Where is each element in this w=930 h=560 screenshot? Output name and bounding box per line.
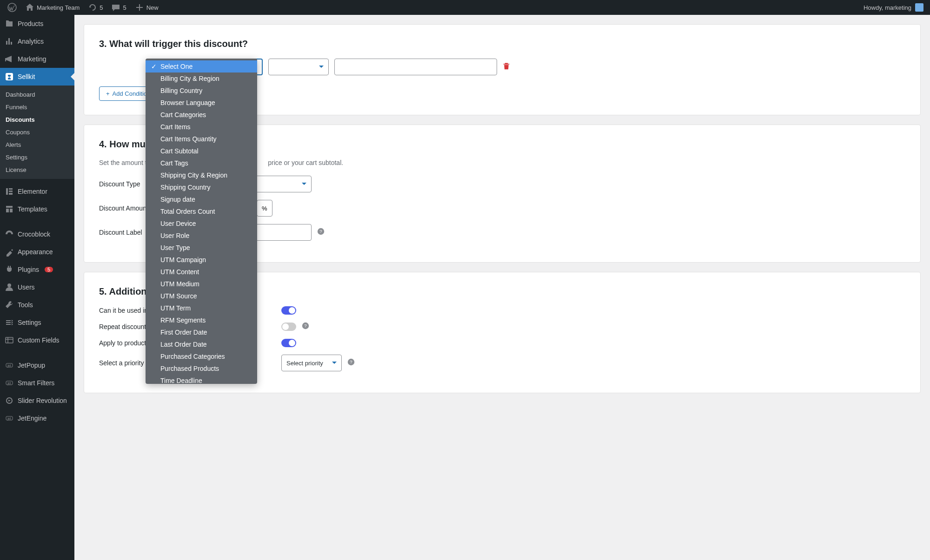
plus-icon: +: [106, 90, 110, 97]
updates-link[interactable]: 5: [84, 0, 106, 15]
sidebar-item-users[interactable]: Users: [0, 278, 74, 296]
sidebar-item-analytics[interactable]: Analytics: [0, 33, 74, 50]
discount-amount-unit: %: [257, 200, 272, 217]
dropdown-option[interactable]: RFM Segments: [146, 314, 257, 326]
plugins-icon: [5, 265, 14, 274]
badge: 5: [45, 267, 53, 272]
dropdown-option[interactable]: Purchased Products: [146, 362, 257, 375]
svg-point-6: [7, 283, 11, 287]
help-icon[interactable]: ?: [317, 228, 325, 237]
svg-text:jet: jet: [7, 417, 11, 421]
marketing-icon: [5, 54, 14, 64]
svg-text:jet: jet: [7, 364, 11, 368]
wordpress-icon: [7, 3, 17, 12]
help-icon[interactable]: ?: [347, 358, 355, 368]
combine-toggle[interactable]: [281, 306, 296, 315]
condition-value-input[interactable]: [334, 59, 497, 75]
updates-count: 5: [100, 4, 103, 11]
sidebar-item-marketing[interactable]: Marketing: [0, 50, 74, 68]
new-link[interactable]: New: [131, 0, 162, 15]
sidebar-item-tools[interactable]: Tools: [0, 296, 74, 314]
dropdown-option[interactable]: UTM Content: [146, 266, 257, 278]
svg-text:?: ?: [350, 359, 352, 364]
svg-text:?: ?: [304, 323, 306, 328]
site-link[interactable]: Marketing Team: [21, 0, 83, 15]
submenu-item-license[interactable]: License: [0, 164, 74, 176]
dropdown-option[interactable]: UTM Medium: [146, 278, 257, 290]
sidebar-item-settings[interactable]: Settings: [0, 314, 74, 331]
submenu-item-settings[interactable]: Settings: [0, 151, 74, 164]
adminbar-right[interactable]: Howdy, marketing: [864, 3, 926, 12]
svg-rect-4: [9, 191, 13, 192]
croco-icon: [5, 230, 14, 239]
sidebar-item-appearance[interactable]: Appearance: [0, 243, 74, 261]
dropdown-option[interactable]: UTM Source: [146, 290, 257, 302]
dropdown-option[interactable]: Cart Subtotal: [146, 145, 257, 157]
dropdown-option[interactable]: Billing Country: [146, 85, 257, 97]
dropdown-option[interactable]: Cart Items Quantity: [146, 133, 257, 145]
submenu-item-funnels[interactable]: Funnels: [0, 101, 74, 113]
svg-rect-5: [9, 193, 13, 195]
dropdown-option[interactable]: Last Order Date: [146, 338, 257, 350]
repeat-toggle[interactable]: [281, 323, 296, 331]
sidebar-item-plugins[interactable]: Plugins5: [0, 261, 74, 278]
dropdown-option[interactable]: Cart Tags: [146, 157, 257, 169]
submenu-item-alerts[interactable]: Alerts: [0, 138, 74, 151]
submenu-item-discounts[interactable]: Discounts: [0, 113, 74, 126]
site-name: Marketing Team: [37, 4, 80, 11]
dropdown-option[interactable]: Time Deadline: [146, 375, 257, 384]
sidebar-item-elementor[interactable]: Elementor: [0, 183, 74, 200]
sidebar-item-smart-filters[interactable]: jetSmart Filters: [0, 374, 74, 392]
sidebar-item-products[interactable]: Products: [0, 15, 74, 33]
dropdown-option[interactable]: User Device: [146, 217, 257, 230]
delete-condition-button[interactable]: [503, 62, 510, 72]
sidebar-item-label: Slider Revolution: [18, 397, 67, 404]
home-icon: [25, 3, 34, 12]
dropdown-option[interactable]: First Order Date: [146, 326, 257, 338]
apply-toggle[interactable]: [281, 339, 296, 347]
dropdown-option[interactable]: Select One: [146, 60, 257, 72]
products-icon: [5, 19, 14, 28]
wp-logo[interactable]: [4, 0, 20, 15]
settings-icon: [5, 318, 14, 327]
sidebar-item-label: Settings: [18, 319, 41, 326]
dropdown-option[interactable]: User Role: [146, 230, 257, 242]
dropdown-option[interactable]: Shipping Country: [146, 181, 257, 193]
sidebar-item-jetpopup[interactable]: jetJetPopup: [0, 356, 74, 374]
dropdown-option[interactable]: Total Orders Count: [146, 205, 257, 217]
svg-rect-3: [9, 188, 13, 190]
admin-sidebar: ProductsAnalyticsMarketingSellkit Dashbo…: [0, 15, 74, 560]
sidebar-item-jetengine[interactable]: jetJetEngine: [0, 409, 74, 427]
sidebar-item-custom-fields[interactable]: Custom Fields: [0, 331, 74, 349]
jet-icon: jet: [5, 414, 14, 423]
comments-count: 5: [123, 4, 126, 11]
dropdown-option[interactable]: Browser Language: [146, 97, 257, 109]
sidebar-item-label: Elementor: [18, 188, 47, 195]
dropdown-option[interactable]: Signup date: [146, 193, 257, 205]
slider-icon: [5, 396, 14, 405]
dropdown-option[interactable]: Cart Items: [146, 121, 257, 133]
help-icon[interactable]: ?: [302, 322, 309, 331]
dropdown-option[interactable]: Shipping City & Region: [146, 169, 257, 181]
sidebar-item-label: Users: [18, 283, 35, 291]
dropdown-option[interactable]: UTM Campaign: [146, 254, 257, 266]
submenu-item-coupons[interactable]: Coupons: [0, 126, 74, 138]
howdy-text: Howdy, marketing: [864, 4, 911, 11]
dropdown-option[interactable]: UTM Term: [146, 302, 257, 314]
comments-link[interactable]: 5: [107, 0, 130, 15]
sidebar-item-label: Analytics: [18, 38, 44, 45]
dropdown-option[interactable]: Billing City & Region: [146, 72, 257, 85]
avatar: [915, 3, 923, 12]
sidebar-item-sellkit[interactable]: Sellkit: [0, 68, 74, 86]
dropdown-option[interactable]: User Type: [146, 242, 257, 254]
sidebar-item-templates[interactable]: Templates: [0, 200, 74, 218]
sidebar-item-crocoblock[interactable]: Crocoblock: [0, 225, 74, 243]
priority-select[interactable]: Select priority: [281, 355, 342, 371]
sidebar-item-slider-revolution[interactable]: Slider Revolution: [0, 392, 74, 409]
dropdown-option[interactable]: Cart Categories: [146, 109, 257, 121]
new-label: New: [146, 4, 159, 11]
condition-operator-select[interactable]: [268, 59, 329, 75]
dropdown-option[interactable]: Purchased Categories: [146, 350, 257, 362]
submenu-item-dashboard[interactable]: Dashboard: [0, 88, 74, 101]
comment-icon: [111, 3, 120, 12]
